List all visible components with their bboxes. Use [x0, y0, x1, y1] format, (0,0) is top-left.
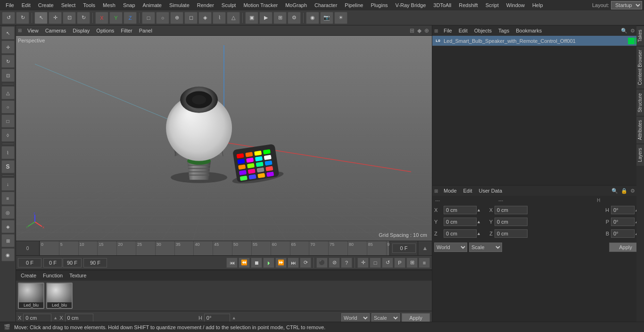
- attr-lock-icon[interactable]: 🔒: [621, 188, 627, 194]
- attr-x-size-input[interactable]: [495, 206, 528, 214]
- transport-extra3[interactable]: ↺: [382, 258, 393, 268]
- attr-z-pos-input[interactable]: [444, 229, 477, 238]
- vtab-content-browser[interactable]: Content Browser: [636, 46, 644, 89]
- menu-motion-tracker[interactable]: Motion Tracker: [239, 1, 281, 9]
- sidebar-magnet-tool[interactable]: ↓: [1, 178, 15, 191]
- attr-y-arrow[interactable]: ▲: [477, 219, 484, 224]
- render-settings-button[interactable]: ⚙: [288, 12, 301, 24]
- material-function-menu[interactable]: Function: [40, 272, 66, 279]
- transport-max-frame[interactable]: [83, 258, 107, 267]
- material-create-menu[interactable]: Create: [18, 272, 39, 279]
- sidebar-edge-tool[interactable]: ⌇: [1, 146, 15, 159]
- spline-button[interactable]: ⌇: [213, 12, 226, 24]
- menu-plugins[interactable]: Plugins: [367, 1, 391, 9]
- sidebar-tool-extra2[interactable]: ⊞: [1, 234, 15, 247]
- attr-b-rot-input[interactable]: [611, 229, 635, 238]
- sidebar-rotate-tool[interactable]: ↻: [1, 55, 15, 68]
- viewport-icon-1[interactable]: ⊞: [410, 27, 414, 34]
- om-tags-menu[interactable]: Tags: [495, 27, 512, 34]
- attr-z-size-input[interactable]: [495, 229, 528, 238]
- layout-select[interactable]: Startup: [611, 1, 642, 9]
- vtab-takes[interactable]: Takes: [636, 25, 644, 46]
- redo-button[interactable]: ↻: [16, 12, 29, 24]
- attr-y-pos-input[interactable]: [444, 218, 477, 226]
- z-axis-button[interactable]: Z: [124, 12, 137, 24]
- x-axis-button[interactable]: X: [95, 12, 108, 24]
- camera-button[interactable]: 📷: [320, 12, 333, 24]
- attr-settings-icon[interactable]: ⚙: [630, 188, 635, 194]
- coord-x-input[interactable]: [23, 314, 51, 322]
- apply-button[interactable]: Apply: [402, 313, 430, 322]
- attr-userdata-menu[interactable]: User Data: [476, 187, 505, 194]
- transport-help[interactable]: ?: [341, 258, 352, 268]
- vtab-attributes[interactable]: Attributes: [636, 116, 644, 144]
- attr-h-rot-input[interactable]: [611, 206, 635, 214]
- transport-step-forward[interactable]: ⏩: [275, 258, 287, 268]
- menu-3dtoall[interactable]: 3DToAll: [429, 1, 455, 9]
- render-region-button[interactable]: ▣: [245, 12, 258, 24]
- menu-create[interactable]: Create: [34, 1, 58, 9]
- object-manager-content[interactable]: L0 Led_Smart_Bulb_Speaker_with_Remote_Co…: [432, 36, 644, 185]
- viewport-options-menu[interactable]: Options: [93, 27, 117, 34]
- om-settings-icon[interactable]: ⚙: [630, 28, 635, 34]
- sidebar-tool-extra3[interactable]: ◉: [1, 248, 15, 261]
- polygon-button[interactable]: △: [227, 12, 240, 24]
- render-active-button[interactable]: ▶: [259, 12, 272, 24]
- light-button[interactable]: ☀: [334, 12, 347, 24]
- om-file-menu[interactable]: File: [441, 27, 455, 34]
- scale-mode-select[interactable]: Scale: [372, 313, 400, 322]
- menu-select[interactable]: Select: [58, 1, 80, 9]
- frame-arrow-btn[interactable]: ▲: [422, 245, 428, 251]
- menu-redshift[interactable]: Redshift: [455, 1, 481, 9]
- transport-extra1[interactable]: ✛: [357, 258, 369, 268]
- menu-mograph[interactable]: MoGraph: [281, 1, 311, 9]
- menu-sculpt[interactable]: Sculpt: [218, 1, 240, 9]
- coord-x2-input[interactable]: [65, 314, 93, 322]
- object-item-led-bulb[interactable]: L0 Led_Smart_Bulb_Speaker_with_Remote_Co…: [432, 36, 644, 46]
- menu-help[interactable]: Help: [528, 1, 547, 9]
- menu-tools[interactable]: Tools: [79, 1, 99, 9]
- sidebar-select-tool[interactable]: ↖: [1, 26, 15, 40]
- vtab-layers[interactable]: Layers: [636, 144, 644, 166]
- om-bookmarks-menu[interactable]: Bookmarks: [513, 27, 545, 34]
- menu-pipeline[interactable]: Pipeline: [341, 1, 367, 9]
- transport-go-start[interactable]: ⏮: [226, 258, 238, 268]
- transport-min-frame[interactable]: [43, 258, 62, 267]
- attr-world-select[interactable]: World: [434, 243, 467, 252]
- menu-snap[interactable]: Snap: [119, 1, 139, 9]
- rotate-tool-button[interactable]: ↻: [77, 12, 90, 24]
- viewport-icon-2[interactable]: ◆: [417, 27, 421, 34]
- timeline-ruler[interactable]: 0 5 10 15 20 25 30 35 40 45 50 55 60 65 …: [40, 241, 389, 255]
- undo-button[interactable]: ↺: [2, 12, 15, 24]
- transport-stop[interactable]: ⏹: [251, 258, 262, 268]
- sidebar-triangle-tool[interactable]: △: [1, 86, 15, 99]
- material-swatch-1[interactable]: Led_blu: [18, 283, 44, 309]
- viewport-icon-3[interactable]: ⊕: [424, 27, 429, 34]
- transport-loop[interactable]: ⟳: [300, 258, 311, 268]
- create-sphere-button[interactable]: ○: [156, 12, 169, 24]
- attr-x-arrow[interactable]: ▲: [477, 208, 484, 212]
- menu-edit[interactable]: Edit: [18, 1, 34, 9]
- world-space-select[interactable]: World: [341, 313, 370, 322]
- attr-z-arrow[interactable]: ▲: [477, 231, 484, 236]
- viewport-display-menu[interactable]: Display: [70, 27, 92, 34]
- om-objects-menu[interactable]: Objects: [471, 27, 495, 34]
- sidebar-move-tool[interactable]: ✛: [1, 40, 15, 54]
- sidebar-target-tool[interactable]: ◎: [1, 206, 15, 219]
- sidebar-circle-tool[interactable]: ○: [1, 100, 15, 113]
- sidebar-square-tool[interactable]: □: [1, 114, 15, 128]
- sidebar-scale-tool[interactable]: ⊡: [1, 69, 15, 82]
- menu-script[interactable]: Script: [482, 1, 503, 9]
- attr-search-icon[interactable]: 🔍: [611, 188, 618, 194]
- coord-h-input[interactable]: [204, 314, 230, 322]
- create-plane-button[interactable]: ◻: [184, 12, 198, 24]
- vtab-structure[interactable]: Structure: [636, 89, 644, 116]
- transport-play[interactable]: ⏵: [263, 258, 274, 268]
- transport-extra5[interactable]: ⊞: [406, 258, 418, 268]
- sidebar-diamond-tool[interactable]: ◊: [1, 129, 15, 142]
- transport-extra2[interactable]: □: [370, 258, 381, 268]
- viewport-filter-menu[interactable]: Filter: [118, 27, 135, 34]
- sidebar-s-tool[interactable]: S: [1, 160, 15, 173]
- sidebar-tool-extra1[interactable]: ◈: [1, 220, 15, 233]
- viewport[interactable]: Perspective Grid Spacing : 10 cm X Y Z: [16, 36, 432, 241]
